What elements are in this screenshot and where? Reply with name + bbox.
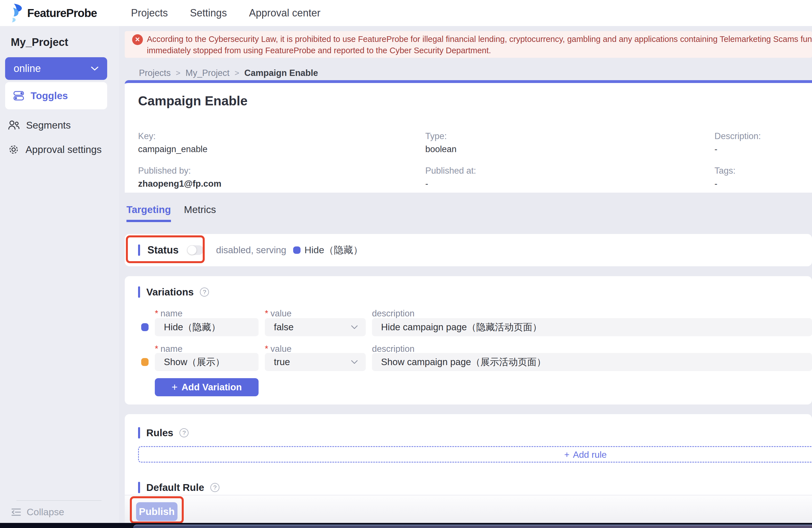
variation-description-input[interactable]: Show campaign page（展示活动页面） — [372, 353, 812, 371]
breadcrumb-separator-icon: > — [234, 69, 239, 78]
breadcrumb-current: Campaign Enable — [244, 68, 318, 78]
sidebar-item-label: Segments — [26, 120, 71, 131]
segments-icon — [8, 120, 20, 131]
variation-value-select[interactable]: false — [265, 318, 366, 336]
collapse-button[interactable]: Collapse — [11, 507, 64, 517]
variation-value-select[interactable]: true — [265, 353, 366, 371]
tab-metrics[interactable]: Metrics — [184, 204, 216, 222]
help-question-icon[interactable]: ? — [211, 483, 219, 492]
field-type: Type: boolean — [425, 131, 714, 154]
rules-heading: Rules — [146, 427, 173, 438]
serving-color-chip — [293, 246, 301, 254]
tab-targeting[interactable]: Targeting — [127, 204, 171, 222]
sidebar-item-label: Toggles — [31, 90, 68, 102]
variation-column-labels: *name *value description — [141, 344, 812, 354]
detail-tabs: Targeting Metrics — [127, 204, 216, 222]
chevron-down-icon — [91, 66, 99, 71]
warning-banner: ✕ According to the Cybersecurity Law, it… — [125, 31, 812, 58]
page-title: Campaign Enable — [138, 93, 247, 108]
nav-item-projects[interactable]: Projects — [131, 7, 168, 19]
sidebar: My_Project online Toggles — [0, 26, 119, 528]
variation-column-labels: *name *value description — [141, 308, 812, 319]
variation-description-input[interactable]: Hide campaign page（隐藏活动页面） — [372, 318, 812, 336]
section-bar — [138, 482, 140, 493]
variation-color-chip — [141, 323, 148, 331]
background-window-edge — [133, 525, 812, 528]
breadcrumb-projects[interactable]: Projects — [139, 68, 171, 78]
status-heading: Status — [147, 244, 179, 256]
toggles-icon — [13, 90, 24, 102]
collapse-icon — [11, 508, 21, 516]
variation-row: Show（展示） true Show campaign page（展示活动页面） — [141, 353, 812, 371]
status-card: Status disabled, serving Hide（隐藏） — [125, 234, 812, 266]
variation-row: Hide（隐藏） false Hide campaign page（隐藏活动页面… — [141, 318, 812, 336]
help-question-icon[interactable]: ? — [179, 428, 189, 437]
field-description: Description: - — [714, 131, 801, 154]
main-content: ✕ According to the Cybersecurity Law, it… — [119, 26, 812, 528]
gear-icon — [8, 144, 19, 155]
sidebar-item-label: Approval settings — [26, 144, 102, 155]
section-bar — [138, 286, 140, 298]
project-name: My_Project — [11, 36, 68, 48]
status-state-text: disabled, serving — [216, 245, 286, 256]
required-asterisk: * — [155, 308, 158, 318]
sidebar-item-approval-settings[interactable]: Approval settings — [8, 144, 102, 155]
field-published-at: Published at: - — [425, 166, 714, 189]
status-toggle-switch[interactable] — [187, 245, 204, 255]
breadcrumb: Projects > My_Project > Campaign Enable — [139, 68, 318, 78]
add-rule-dropzone: + Add rule — [138, 446, 812, 463]
collapse-label: Collapse — [27, 507, 64, 517]
featureprobe-app: FeatureProbe Projects Settings Approval … — [0, 0, 812, 528]
serving-value: Hide（隐藏） — [305, 244, 363, 257]
variations-heading: Variations — [146, 286, 194, 298]
default-rule-heading: Default Rule — [146, 482, 204, 493]
top-navbar: FeatureProbe Projects Settings Approval … — [0, 0, 812, 26]
variation-name-input[interactable]: Show（展示） — [155, 353, 259, 371]
required-asterisk: * — [265, 308, 268, 318]
variations-card: Variations ? *name *value description Hi… — [125, 276, 812, 405]
toggle-knob — [187, 245, 197, 255]
plus-icon: + — [564, 447, 569, 464]
warning-text-line2: immediately stopped from using FeaturePr… — [147, 46, 812, 55]
plus-icon: + — [172, 381, 177, 393]
nav-item-approval-center[interactable]: Approval center — [249, 7, 320, 19]
add-rule-button[interactable]: + Add rule — [564, 447, 607, 464]
add-variation-button[interactable]: + Add Variation — [155, 378, 259, 396]
brand-name: FeatureProbe — [27, 7, 97, 19]
publish-button[interactable]: Publish — [136, 502, 177, 521]
breadcrumb-separator-icon: > — [176, 69, 180, 78]
sidebar-item-toggles[interactable]: Toggles — [5, 82, 107, 109]
required-asterisk: * — [265, 344, 268, 354]
section-bar — [138, 244, 140, 256]
rules-card: Rules ? + Add rule Default Rule ? Publis… — [125, 414, 812, 528]
nav-menu: Projects Settings Approval center — [131, 7, 320, 19]
field-tags: Tags: - — [714, 166, 801, 189]
help-question-icon[interactable]: ? — [200, 287, 209, 297]
nav-item-settings[interactable]: Settings — [190, 7, 227, 19]
chevron-down-icon — [351, 325, 358, 329]
warning-text-line1: According to the Cybersecurity Law, it i… — [147, 34, 812, 44]
variation-color-chip — [141, 358, 148, 366]
environment-select-value: online — [14, 63, 41, 75]
featureprobe-logo-icon — [11, 4, 23, 22]
toggle-detail-card: Campaign Enable Key: campaign_enable Typ… — [125, 80, 812, 193]
sidebar-divider — [16, 500, 102, 501]
brand-logo[interactable]: FeatureProbe — [11, 4, 131, 22]
detail-grid: Key: campaign_enable Type: boolean Descr… — [138, 131, 801, 189]
field-published-by: Published by: zhaopeng1@fp.com — [138, 166, 425, 189]
breadcrumb-my-project[interactable]: My_Project — [185, 68, 229, 78]
section-bar — [138, 427, 140, 438]
required-asterisk: * — [155, 344, 158, 354]
variation-name-input[interactable]: Hide（隐藏） — [155, 318, 259, 336]
error-circle-icon: ✕ — [132, 34, 143, 45]
field-key: Key: campaign_enable — [138, 131, 425, 154]
environment-select[interactable]: online — [5, 57, 107, 80]
chevron-down-icon — [351, 360, 358, 364]
sidebar-item-segments[interactable]: Segments — [8, 120, 71, 131]
